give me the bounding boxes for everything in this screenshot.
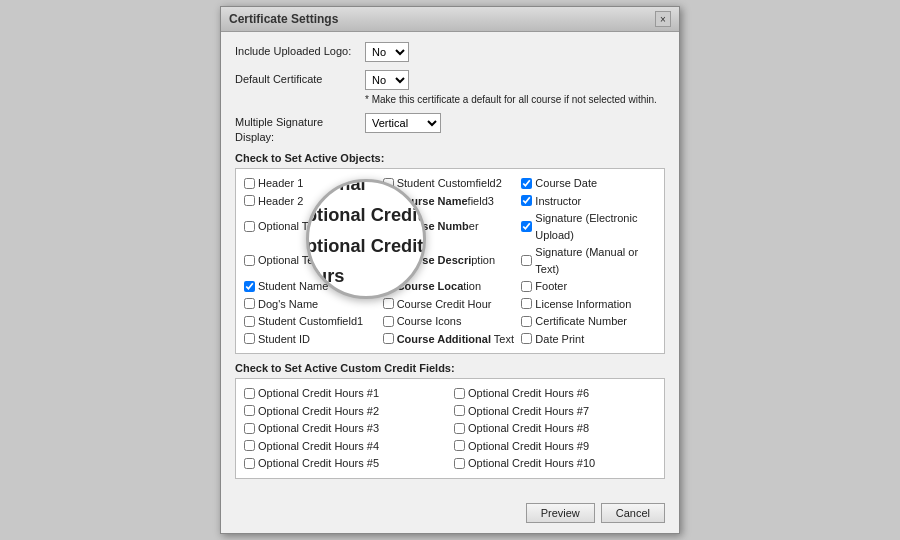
checkbox-label: Optional Credit Hours #6 bbox=[468, 385, 589, 402]
credit5-checkbox[interactable] bbox=[244, 458, 255, 469]
active-objects-header: Check to Set Active Objects: bbox=[235, 152, 665, 164]
certnum-checkbox[interactable] bbox=[521, 316, 532, 327]
credit9-checkbox[interactable] bbox=[454, 440, 465, 451]
list-item: Signature (Manual or Text) bbox=[521, 244, 656, 277]
header2-checkbox[interactable] bbox=[244, 195, 255, 206]
studentid-checkbox[interactable] bbox=[244, 333, 255, 344]
checkbox-label: Instructor bbox=[535, 193, 581, 210]
header1-checkbox[interactable] bbox=[244, 178, 255, 189]
signature-control: Vertical Horizontal bbox=[365, 113, 665, 133]
list-item: Optional Credit Hours #1 bbox=[244, 385, 446, 402]
checkbox-label: Certificate Number bbox=[535, 313, 627, 330]
courseadd-checkbox[interactable] bbox=[383, 333, 394, 344]
magnifier-overlay: Optional Optional Optional Credit Option… bbox=[306, 179, 426, 299]
credit-section: Optional Credit Hours #1 Optional Credit… bbox=[235, 378, 665, 479]
studentname-checkbox[interactable] bbox=[244, 281, 255, 292]
list-item: Certificate Number bbox=[521, 313, 656, 330]
list-item: Optional Credit Hours #3 bbox=[244, 420, 446, 437]
list-item: Student ID bbox=[244, 331, 379, 348]
checkbox-label: Course Icons bbox=[397, 313, 462, 330]
signature-row: Multiple Signature Display: Vertical Hor… bbox=[235, 113, 665, 144]
checkboxes-grid: Header 1 Student Customfield2 Course Dat… bbox=[244, 175, 656, 347]
list-item: Date Print bbox=[521, 331, 656, 348]
cancel-button[interactable]: Cancel bbox=[601, 503, 665, 523]
dialog-titlebar: Certificate Settings × bbox=[221, 7, 679, 32]
logo-control: No Yes bbox=[365, 42, 665, 62]
list-item: Optional Credit Hours #6 bbox=[454, 385, 656, 402]
default-cert-select[interactable]: No Yes bbox=[365, 70, 409, 90]
preview-button[interactable]: Preview bbox=[526, 503, 595, 523]
checkbox-label: Optional Credit Hours #3 bbox=[258, 420, 379, 437]
credit4-checkbox[interactable] bbox=[244, 440, 255, 451]
credit7-checkbox[interactable] bbox=[454, 405, 465, 416]
certificate-settings-dialog: Certificate Settings × Include Uploaded … bbox=[220, 6, 680, 533]
list-item: Optional Credit Hours #7 bbox=[454, 403, 656, 420]
default-cert-note: * Make this certificate a default for al… bbox=[365, 94, 657, 105]
checkbox-label: Footer bbox=[535, 278, 567, 295]
credithours-checkbox[interactable] bbox=[383, 298, 394, 309]
checkbox-label: Dog's Name bbox=[258, 296, 318, 313]
sig-manual-checkbox[interactable] bbox=[521, 255, 532, 266]
list-item: Course Additional Text bbox=[383, 331, 518, 348]
customfield1-checkbox[interactable] bbox=[244, 316, 255, 327]
checkbox-label: Optional Credit Hours #2 bbox=[258, 403, 379, 420]
checkbox-label: Optional Credit Hours #10 bbox=[468, 455, 595, 472]
list-item: Course Date bbox=[521, 175, 656, 192]
checkbox-label: Optional Credit Hours #7 bbox=[468, 403, 589, 420]
coursedate-checkbox[interactable] bbox=[521, 178, 532, 189]
list-item: Instructor bbox=[521, 193, 656, 210]
dateprint-checkbox[interactable] bbox=[521, 333, 532, 344]
checkbox-label: Date Print bbox=[535, 331, 584, 348]
credit3-checkbox[interactable] bbox=[244, 423, 255, 434]
default-cert-control: No Yes * Make this certificate a default… bbox=[365, 70, 665, 105]
list-item: Optional Credit Hours #5 bbox=[244, 455, 446, 472]
checkbox-label: Student Customfield1 bbox=[258, 313, 363, 330]
list-item: Optional Credit Hours #2 bbox=[244, 403, 446, 420]
list-item: Optional Credit Hours #10 bbox=[454, 455, 656, 472]
credit1-checkbox[interactable] bbox=[244, 388, 255, 399]
opttext2-checkbox[interactable] bbox=[244, 255, 255, 266]
credit2-checkbox[interactable] bbox=[244, 405, 255, 416]
credit-grid: Optional Credit Hours #1 Optional Credit… bbox=[244, 385, 656, 472]
dogsname-checkbox[interactable] bbox=[244, 298, 255, 309]
checkbox-label: Optional Credit Hours #5 bbox=[258, 455, 379, 472]
checkbox-label: Optional Credit Hours #8 bbox=[468, 420, 589, 437]
dialog-body: Include Uploaded Logo: No Yes Default Ce… bbox=[221, 32, 679, 496]
instructor-checkbox[interactable] bbox=[521, 195, 532, 206]
magnifier-content: Optional Optional Optional Credit Option… bbox=[306, 179, 426, 299]
credit6-checkbox[interactable] bbox=[454, 388, 465, 399]
close-button[interactable]: × bbox=[655, 11, 671, 27]
default-cert-row: Default Certificate No Yes * Make this c… bbox=[235, 70, 665, 105]
list-item: Course Credit Hour bbox=[383, 296, 518, 313]
list-item: Optional Credit Hours #9 bbox=[454, 438, 656, 455]
checkbox-label: Student ID bbox=[258, 331, 310, 348]
logo-label: Include Uploaded Logo: bbox=[235, 42, 365, 58]
checkbox-label: Signature (Manual or Text) bbox=[535, 244, 656, 277]
list-item: Signature (Electronic Upload) bbox=[521, 210, 656, 243]
opttext1-checkbox[interactable] bbox=[244, 221, 255, 232]
checkbox-label: Optional Credit Hours #1 bbox=[258, 385, 379, 402]
credit10-checkbox[interactable] bbox=[454, 458, 465, 469]
checkbox-label: Course Credit Hour bbox=[397, 296, 492, 313]
logo-select[interactable]: No Yes bbox=[365, 42, 409, 62]
sig-elec-checkbox[interactable] bbox=[521, 221, 532, 232]
list-item: Course Icons bbox=[383, 313, 518, 330]
signature-select[interactable]: Vertical Horizontal bbox=[365, 113, 441, 133]
checkbox-label: Signature (Electronic Upload) bbox=[535, 210, 656, 243]
checkbox-label: Course Date bbox=[535, 175, 597, 192]
default-cert-label: Default Certificate bbox=[235, 70, 365, 86]
courseicons-checkbox[interactable] bbox=[383, 316, 394, 327]
list-item: Optional Credit Hours #8 bbox=[454, 420, 656, 437]
list-item: Student Customfield1 bbox=[244, 313, 379, 330]
licenseinfo-checkbox[interactable] bbox=[521, 298, 532, 309]
list-item: License Information bbox=[521, 296, 656, 313]
checkbox-label: Optional Credit Hours #9 bbox=[468, 438, 589, 455]
logo-row: Include Uploaded Logo: No Yes bbox=[235, 42, 665, 62]
checkbox-label: Optional Credit Hours #4 bbox=[258, 438, 379, 455]
dialog-title: Certificate Settings bbox=[229, 12, 338, 26]
credit8-checkbox[interactable] bbox=[454, 423, 465, 434]
list-item: Footer bbox=[521, 278, 656, 295]
footer-checkbox[interactable] bbox=[521, 281, 532, 292]
checkbox-label: License Information bbox=[535, 296, 631, 313]
credit-header: Check to Set Active Custom Credit Fields… bbox=[235, 362, 665, 374]
